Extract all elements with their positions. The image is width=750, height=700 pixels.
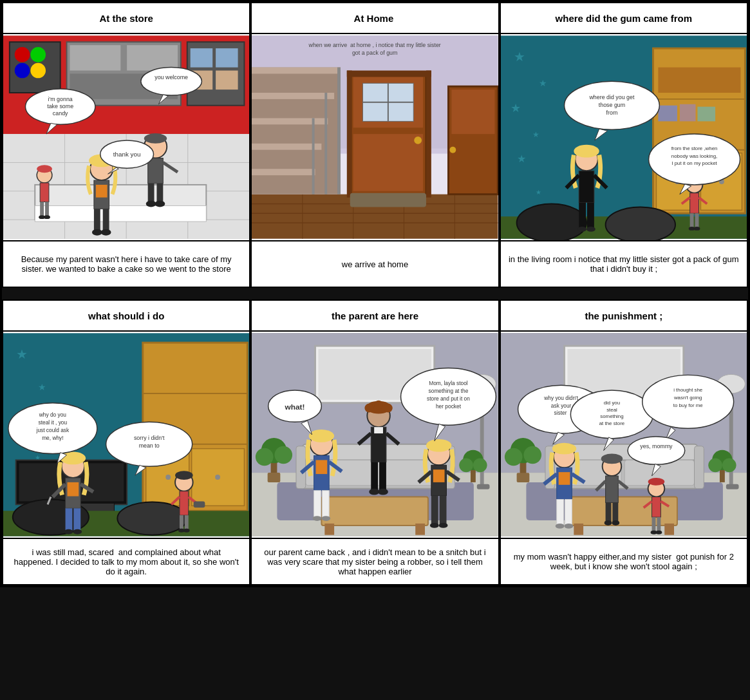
svg-rect-9 [127, 45, 178, 70]
svg-point-172 [117, 502, 187, 534]
svg-rect-125 [587, 202, 594, 227]
svg-rect-92 [452, 90, 495, 134]
svg-point-4 [30, 47, 46, 62]
svg-text:★: ★ [539, 79, 547, 88]
cell-whatdo: what should i do ★ ★ ★ ★ ★ ★ ★ [2, 299, 250, 585]
svg-text:you welcome: you welcome [155, 74, 188, 80]
svg-rect-36 [96, 185, 108, 198]
svg-rect-44 [40, 202, 44, 216]
svg-rect-29 [156, 184, 163, 203]
svg-point-3 [15, 47, 30, 62]
svg-rect-15 [216, 71, 238, 90]
svg-rect-212 [477, 484, 490, 489]
svg-rect-88 [426, 71, 431, 198]
svg-rect-322 [652, 517, 655, 531]
svg-rect-90 [350, 193, 426, 207]
svg-text:★: ★ [38, 383, 46, 392]
svg-text:me, why!: me, why! [42, 435, 63, 441]
svg-point-40 [101, 229, 111, 236]
svg-point-229 [460, 458, 474, 472]
cell-punishment-image: why you didn't ask your sister did you s… [501, 332, 747, 538]
svg-point-250 [313, 516, 322, 521]
svg-text:steal: steal [606, 407, 617, 413]
svg-rect-289 [574, 524, 583, 535]
svg-point-127 [586, 227, 595, 232]
svg-point-30 [146, 201, 156, 207]
svg-rect-115 [680, 104, 696, 122]
svg-rect-28 [148, 184, 155, 203]
svg-text:steal it , you: steal it , you [39, 419, 68, 426]
cell-gum: where did the gum came from ★ ★ ★ ★ ★ ★ … [500, 2, 748, 288]
svg-text:sorry i didn't: sorry i didn't [134, 435, 165, 441]
svg-rect-78 [325, 93, 328, 194]
cell-parents-image: what! Mom, layla stool something at the … [252, 332, 498, 538]
svg-text:★: ★ [16, 347, 28, 361]
svg-rect-304 [556, 500, 563, 525]
svg-point-344 [628, 437, 685, 464]
svg-rect-114 [658, 106, 677, 122]
svg-rect-117 [658, 68, 740, 93]
svg-rect-314 [612, 502, 618, 522]
svg-rect-37 [94, 209, 100, 231]
svg-rect-193 [194, 501, 205, 507]
svg-point-93 [450, 147, 456, 153]
svg-point-39 [92, 229, 102, 236]
svg-rect-303 [558, 472, 570, 485]
svg-rect-89 [347, 71, 431, 77]
svg-rect-223 [268, 473, 281, 482]
svg-point-260 [430, 523, 439, 528]
svg-point-315 [604, 520, 612, 525]
svg-rect-79 [312, 118, 315, 194]
svg-rect-12 [191, 48, 212, 68]
svg-point-320 [648, 478, 664, 486]
svg-point-299 [722, 458, 736, 472]
svg-point-163 [215, 475, 220, 480]
cell-store-caption: Because my parent wasn't here i have to … [3, 240, 249, 287]
svg-rect-27 [148, 158, 164, 184]
svg-rect-13 [216, 48, 238, 68]
svg-rect-247 [316, 460, 328, 474]
cell-gum-title: where did the gum came from [501, 3, 747, 34]
svg-point-235 [375, 401, 384, 410]
svg-text:★: ★ [510, 102, 520, 115]
svg-rect-290 [664, 524, 674, 535]
svg-rect-313 [605, 502, 611, 522]
cell-parents-title: the parent are here [252, 301, 498, 332]
svg-rect-38 [103, 209, 109, 231]
svg-text:at the store: at the store [599, 421, 624, 426]
svg-text:why you didn't: why you didn't [543, 395, 578, 401]
svg-rect-186 [180, 491, 189, 515]
svg-point-180 [73, 529, 82, 534]
svg-rect-132 [689, 193, 698, 214]
svg-rect-176 [68, 482, 79, 497]
cell-parents: the parent are here [250, 299, 499, 585]
svg-text:why do you: why do you [39, 411, 67, 418]
svg-text:where did you get: where did you get [588, 94, 634, 100]
svg-text:thank you: thank you [113, 151, 141, 158]
svg-text:her pocket: her pocket [436, 403, 462, 410]
svg-rect-249 [323, 491, 330, 517]
svg-point-311 [601, 454, 623, 464]
svg-text:when we arrive  at home , i no: when we arrive at home , i notice that m… [308, 42, 441, 48]
cell-punishment-title: the punishment ; [501, 301, 747, 332]
svg-point-122 [574, 145, 599, 158]
svg-rect-134 [695, 213, 698, 227]
svg-text:take some: take some [47, 103, 73, 109]
svg-rect-77 [337, 68, 341, 194]
svg-text:sister: sister [554, 410, 568, 416]
svg-rect-187 [180, 515, 183, 529]
svg-point-179 [64, 529, 73, 534]
svg-rect-73 [252, 93, 334, 99]
svg-point-42 [37, 165, 52, 173]
svg-rect-82 [353, 134, 423, 191]
cell-whatdo-caption: i was still mad, scared and complained a… [3, 538, 249, 584]
cell-home-image: when we arrive at home , i notice that m… [252, 34, 498, 240]
svg-rect-8 [70, 45, 120, 70]
svg-point-241 [378, 489, 388, 495]
svg-text:★: ★ [516, 153, 525, 164]
svg-text:yes, mommy: yes, mommy [640, 443, 673, 449]
svg-point-251 [322, 516, 331, 521]
svg-point-226 [275, 446, 293, 464]
svg-point-5 [15, 63, 30, 79]
svg-text:something at the: something at the [429, 388, 469, 394]
